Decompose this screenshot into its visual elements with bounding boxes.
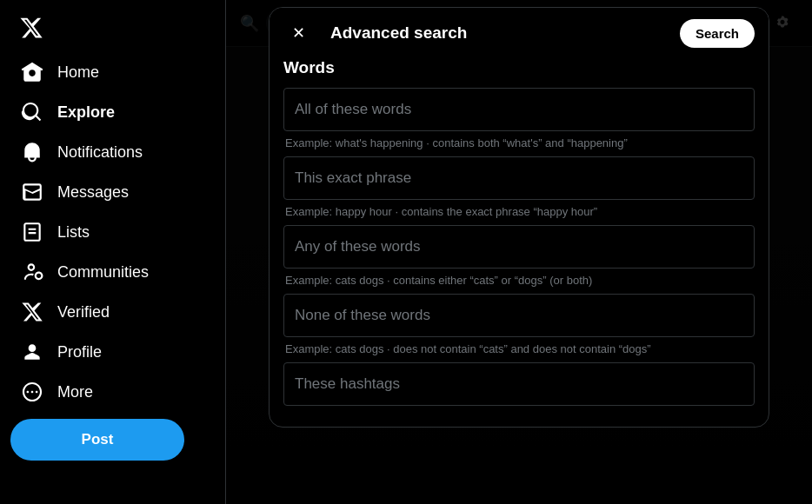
sidebar-item-explore[interactable]: Explore	[10, 92, 215, 132]
none-words-group: Example: cats dogs · does not contain “c…	[283, 294, 755, 355]
sidebar-item-profile[interactable]: Profile	[10, 332, 215, 372]
exact-phrase-group: Example: happy hour · contains the exact…	[283, 156, 755, 218]
main-content: 🔍 ✕ Advanced search Search Words Exam	[226, 0, 812, 504]
verified-icon	[21, 301, 43, 323]
exact-phrase-hint: Example: happy hour · contains the exact…	[283, 205, 755, 218]
sidebar-item-notifications[interactable]: Notifications	[10, 132, 215, 172]
sidebar-item-communities[interactable]: Communities	[10, 252, 215, 292]
modal-overlay: ✕ Advanced search Search Words Example: …	[226, 0, 812, 504]
explore-label: Explore	[57, 103, 115, 122]
any-words-group: Example: cats dogs · contains either “ca…	[283, 225, 755, 287]
people-icon	[21, 261, 43, 283]
bell-icon	[21, 141, 43, 163]
modal-header: ✕ Advanced search Search	[270, 8, 769, 58]
hashtags-input[interactable]	[283, 362, 755, 406]
messages-label: Messages	[57, 183, 129, 202]
all-words-hint: Example: what's happening · contains bot…	[283, 136, 755, 149]
post-button[interactable]: Post	[10, 419, 184, 461]
none-words-input[interactable]	[283, 294, 755, 337]
sidebar-item-messages[interactable]: Messages	[10, 172, 215, 212]
x-logo[interactable]	[10, 7, 52, 49]
notifications-label: Notifications	[57, 143, 143, 162]
verified-label: Verified	[57, 303, 110, 322]
none-words-hint: Example: cats dogs · does not contain “c…	[283, 342, 755, 355]
mail-icon	[21, 181, 43, 203]
close-button[interactable]: ✕	[283, 18, 313, 48]
any-words-hint: Example: cats dogs · contains either “ca…	[283, 274, 755, 287]
home-icon	[21, 61, 43, 83]
communities-label: Communities	[57, 263, 149, 282]
modal-body: Words Example: what's happening · contai…	[270, 58, 769, 427]
any-words-input[interactable]	[283, 225, 755, 269]
profile-label: Profile	[57, 343, 102, 361]
sidebar-item-home[interactable]: Home	[10, 52, 215, 92]
person-icon	[21, 341, 43, 363]
exact-phrase-input[interactable]	[283, 156, 755, 200]
more-label: More	[57, 383, 93, 401]
words-section-title: Words	[283, 58, 755, 77]
advanced-search-modal: ✕ Advanced search Search Words Example: …	[269, 7, 769, 428]
sidebar-item-lists[interactable]: Lists	[10, 212, 215, 252]
sidebar: Home Explore Notifications Messages List…	[0, 0, 226, 504]
sidebar-item-verified[interactable]: Verified	[10, 292, 215, 332]
modal-title: Advanced search	[330, 23, 467, 43]
all-words-input[interactable]	[283, 88, 755, 131]
hashtags-group	[283, 362, 755, 406]
all-words-group: Example: what's happening · contains bot…	[283, 88, 755, 149]
more-icon	[21, 381, 43, 403]
lists-label: Lists	[57, 223, 90, 242]
explore-icon	[21, 101, 43, 123]
sidebar-item-more[interactable]: More	[10, 372, 215, 412]
modal-header-left: ✕ Advanced search	[283, 18, 467, 48]
list-icon	[21, 221, 43, 243]
home-label: Home	[57, 63, 99, 82]
search-button[interactable]: Search	[680, 19, 755, 48]
